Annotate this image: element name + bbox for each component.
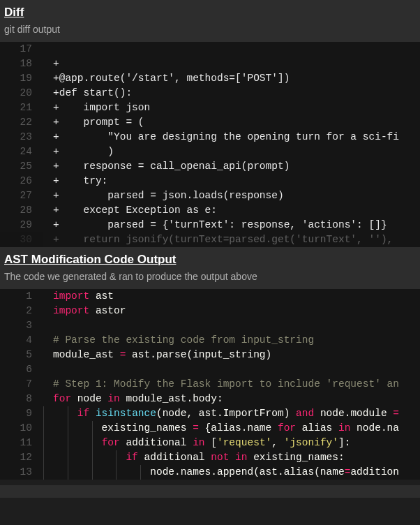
code-text: for node in module_ast.body: bbox=[43, 392, 420, 406]
code-text: + ) bbox=[43, 145, 420, 159]
code-line: 26+ try: bbox=[0, 174, 420, 188]
code-line: 23+ "You are designing the opening turn … bbox=[0, 130, 420, 145]
line-number: 25 bbox=[0, 159, 43, 174]
code-line: 3 bbox=[0, 318, 420, 333]
code-text: + parsed = {'turnText': response, 'actio… bbox=[43, 218, 420, 232]
code-text: # Step 1: Modify the Flask import to inc… bbox=[43, 377, 420, 392]
code-line: 27+ parsed = json.loads(response) bbox=[0, 188, 420, 203]
line-number: 5 bbox=[0, 348, 43, 362]
code-text: # Parse the existing code from input_str… bbox=[43, 333, 420, 348]
line-number: 21 bbox=[0, 101, 43, 115]
code-line: 24+ ) bbox=[0, 145, 420, 159]
line-number: 12 bbox=[0, 450, 43, 465]
code-line: 12 if additional not in existing_names: bbox=[0, 450, 420, 465]
code-line: 17 bbox=[0, 42, 420, 57]
line-number: 18 bbox=[0, 57, 43, 71]
code-text: import ast bbox=[43, 289, 420, 304]
code-text: if isinstance(node, ast.ImportFrom) and … bbox=[43, 406, 420, 421]
ast-subtitle: The code we generated & ran to produce t… bbox=[4, 271, 416, 282]
code-line: 7# Step 1: Modify the Flask import to in… bbox=[0, 377, 420, 392]
code-line: 6 bbox=[0, 362, 420, 377]
line-number: 3 bbox=[0, 318, 43, 333]
code-text: + try: bbox=[43, 174, 420, 188]
code-line: 10 existing_names = {alias.name for alia… bbox=[0, 421, 420, 436]
code-line: 18+ bbox=[0, 57, 420, 71]
code-line: 25+ response = call_openai_api(prompt) bbox=[0, 159, 420, 174]
line-number: 13 bbox=[0, 465, 43, 480]
code-line: 2import astor bbox=[0, 304, 420, 318]
line-number: 19 bbox=[0, 71, 43, 86]
bottom-bar bbox=[0, 485, 420, 498]
code-line: 20+def start(): bbox=[0, 86, 420, 101]
line-number: 29 bbox=[0, 218, 43, 232]
line-number: 28 bbox=[0, 203, 43, 218]
line-number: 30 bbox=[0, 232, 43, 247]
line-number: 9 bbox=[0, 406, 43, 421]
code-line: 13 node.names.append(ast.alias(name=addi… bbox=[0, 465, 420, 480]
ast-title: AST Modification Code Output bbox=[4, 253, 416, 267]
line-number: 6 bbox=[0, 362, 43, 377]
code-line: 4# Parse the existing code from input_st… bbox=[0, 333, 420, 348]
line-number: 27 bbox=[0, 188, 43, 203]
code-text: + bbox=[43, 57, 420, 71]
code-text: + except Exception as e: bbox=[43, 203, 420, 218]
diff-title: Diff bbox=[4, 6, 416, 20]
line-number: 23 bbox=[0, 130, 43, 145]
code-text: existing_names = {alias.name for alias i… bbox=[43, 421, 420, 436]
diff-subtitle: git diff output bbox=[4, 24, 416, 35]
code-text: if additional not in existing_names: bbox=[43, 450, 420, 465]
code-line: 21+ import json bbox=[0, 101, 420, 115]
line-number: 22 bbox=[0, 115, 43, 130]
line-number: 17 bbox=[0, 42, 43, 57]
code-text bbox=[43, 42, 420, 57]
line-number: 20 bbox=[0, 86, 43, 101]
line-number: 4 bbox=[0, 333, 43, 348]
code-line: 28+ except Exception as e: bbox=[0, 203, 420, 218]
code-text: for additional in ['request', 'jsonify']… bbox=[43, 436, 420, 450]
line-number: 7 bbox=[0, 377, 43, 392]
code-text: + response = call_openai_api(prompt) bbox=[43, 159, 420, 174]
code-text: node.names.append(ast.alias(name=additio… bbox=[43, 465, 420, 480]
code-text: + return jsonify(turnText=parsed.get('tu… bbox=[43, 232, 420, 247]
code-line: 11 for additional in ['request', 'jsonif… bbox=[0, 436, 420, 450]
code-text bbox=[43, 362, 420, 377]
code-text: + import json bbox=[43, 101, 420, 115]
code-line: 9 if isinstance(node, ast.ImportFrom) an… bbox=[0, 406, 420, 421]
code-line: 29+ parsed = {'turnText': response, 'act… bbox=[0, 218, 420, 232]
line-number: 2 bbox=[0, 304, 43, 318]
code-text: import astor bbox=[43, 304, 420, 318]
code-text: + "You are designing the opening turn fo… bbox=[43, 130, 420, 145]
code-line: 22+ prompt = ( bbox=[0, 115, 420, 130]
line-number: 1 bbox=[0, 289, 43, 304]
code-text: + parsed = json.loads(response) bbox=[43, 188, 420, 203]
line-number: 26 bbox=[0, 174, 43, 188]
diff-section-header: Diff git diff output bbox=[0, 0, 420, 42]
line-number: 10 bbox=[0, 421, 43, 436]
ast-code-block[interactable]: 1import ast2import astor34# Parse the ex… bbox=[0, 289, 420, 480]
code-text: +def start(): bbox=[43, 86, 420, 101]
code-text bbox=[43, 318, 420, 333]
line-number: 24 bbox=[0, 145, 43, 159]
code-text: +@app.route('/start', methods=['POST']) bbox=[43, 71, 420, 86]
code-line: 1import ast bbox=[0, 289, 420, 304]
code-line: 8for node in module_ast.body: bbox=[0, 392, 420, 406]
code-line: 19+@app.route('/start', methods=['POST']… bbox=[0, 71, 420, 86]
code-text: + prompt = ( bbox=[43, 115, 420, 130]
line-number: 8 bbox=[0, 392, 43, 406]
ast-section-header: AST Modification Code Output The code we… bbox=[0, 247, 420, 289]
code-text: module_ast = ast.parse(input_string) bbox=[43, 348, 420, 362]
line-number: 11 bbox=[0, 436, 43, 450]
diff-code-block[interactable]: 17 18+19+@app.route('/start', methods=['… bbox=[0, 42, 420, 247]
code-line: 5module_ast = ast.parse(input_string) bbox=[0, 348, 420, 362]
code-line: 30+ return jsonify(turnText=parsed.get('… bbox=[0, 232, 420, 247]
